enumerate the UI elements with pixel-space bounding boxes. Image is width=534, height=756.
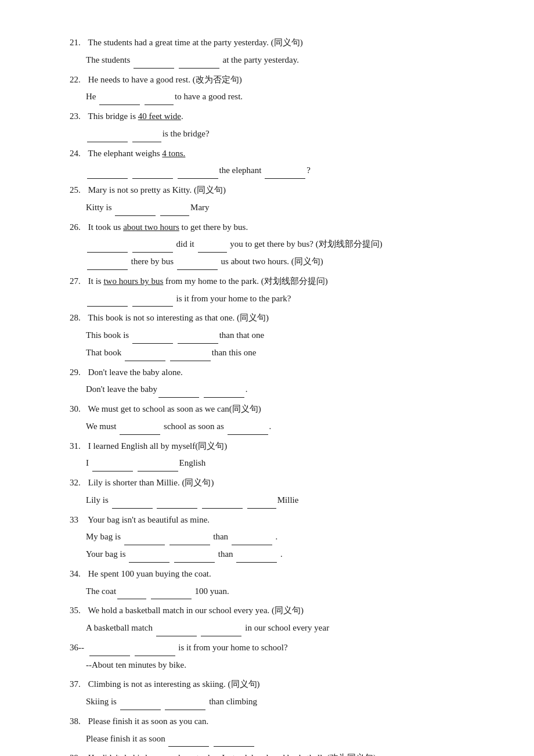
q39-question: 39. He didn't do his homework yesterday.… (70, 750, 464, 756)
q30-answer: We must school as soon as . (70, 419, 464, 435)
exercise-24: 24. The elephant weighs 4 tons. the elep… (70, 146, 464, 179)
q21-answer: The students at the party yesterday. (70, 52, 464, 69)
blank (177, 258, 218, 270)
q32-answer: Lily is Millie (70, 492, 464, 509)
blank (145, 94, 174, 106)
blank (120, 699, 161, 710)
q29-question: 29. Don't leave the baby alone. (70, 365, 464, 381)
blank (132, 332, 173, 344)
q24-question: 24. The elephant weighs 4 tons. (70, 146, 464, 162)
exercise-22: 22. He needs to have a good rest. (改为否定句… (70, 72, 464, 106)
q37-answer: Skiing is than climbing (70, 694, 464, 710)
exercise-28: 28. This book is not so interesting as t… (70, 310, 464, 361)
blank (129, 551, 169, 563)
blank (157, 497, 197, 509)
blank (232, 534, 272, 546)
blank (198, 242, 227, 253)
q33-question: 33 Your bag isn't as beautiful as mine. (70, 512, 464, 528)
exercise-36: 36-- is it from your home to school? --A… (70, 640, 464, 674)
q31-question: 31. I learned English all by myself(同义句) (70, 438, 464, 455)
q26-answer2: there by bus us about two hours. (同义句) (70, 254, 464, 270)
underlined-text: 4 tons. (162, 149, 185, 158)
blank (174, 551, 215, 563)
q22-answer: He to have a good rest. (70, 89, 464, 105)
blank (160, 204, 189, 216)
blank (89, 645, 130, 656)
q22-question: 22. He needs to have a good rest. (改为否定句… (70, 72, 464, 88)
exercise-26: 26. It took us about two hours to get th… (70, 219, 464, 270)
blank (204, 387, 244, 398)
blank (138, 460, 178, 472)
q33-answer2: Your bag is than . (70, 546, 464, 563)
exercise-39: 39. He didn't do his homework yesterday.… (70, 750, 464, 756)
q30-question: 30. We must get to school as soon as we … (70, 401, 464, 417)
underlined-text: 40 feet wide (138, 111, 181, 121)
underlined-text: two hours by bus (103, 276, 163, 286)
exercise-34: 34. He spent 100 yuan buying the coat. T… (70, 566, 464, 600)
q21-question: 21. The students had a great time at the… (70, 35, 464, 51)
blank (117, 588, 146, 600)
blank (132, 131, 161, 142)
q23-question: 23. This bridge is 40 feet wide. (70, 109, 464, 125)
q34-answer: The coat 100 yuan. (70, 584, 464, 600)
exercise-38: 38. Please finish it as soon as you can.… (70, 714, 464, 747)
blank (92, 460, 133, 472)
blank (265, 168, 305, 179)
q32-question: 32. Lily is shorter than Millie. (同义句) (70, 475, 464, 491)
q24-answer: the elephant ? (70, 163, 464, 179)
q37-question: 37. Climbing is not as interesting as sk… (70, 676, 464, 693)
q34-question: 34. He spent 100 yuan buying the coat. (70, 566, 464, 582)
q38-question: 38. Please finish it as soon as you can. (70, 714, 464, 730)
exercise-30: 30. We must get to school as soon as we … (70, 401, 464, 435)
blank (202, 497, 243, 509)
q28-question: 28. This book is not so interesting as t… (70, 310, 464, 326)
q28-answer1: This book is than that one (70, 327, 464, 344)
q23-answer: is the bridge? (70, 126, 464, 142)
blank (87, 258, 128, 270)
q29-answer: Don't leave the baby . (70, 381, 464, 398)
blank (132, 168, 173, 179)
exercise-23: 23. This bridge is 40 feet wide. is the … (70, 109, 464, 142)
q26-question: 26. It took us about two hours to get th… (70, 219, 464, 236)
blank (115, 204, 156, 216)
blank (178, 332, 218, 344)
q38-answer: Please finish it as soon (70, 731, 464, 747)
exercise-32: 32. Lily is shorter than Millie. (同义句) L… (70, 475, 464, 509)
q28-answer2: That book than this one (70, 345, 464, 361)
blank (87, 131, 128, 142)
blank (112, 497, 153, 509)
blank (228, 423, 268, 435)
blank (247, 497, 276, 509)
exercise-31: 31. I learned English all by myself(同义句)… (70, 438, 464, 472)
blank (178, 168, 218, 179)
q31-answer: I English (70, 455, 464, 471)
blank (151, 588, 192, 600)
q36-answer: --About ten minutes by bike. (70, 657, 464, 674)
exercise-35: 35. We hold a basketball match in our sc… (70, 603, 464, 636)
q26-answer1: did it you to get there by bus? (对划线部分提问… (70, 236, 464, 253)
blank (132, 242, 173, 253)
q27-answer: is it from your home to the park? (70, 291, 464, 307)
blank (170, 350, 211, 361)
blank (125, 350, 165, 361)
blank (201, 625, 241, 636)
blank (124, 534, 165, 546)
q27-question: 27. It is two hours by bus from my home … (70, 273, 464, 290)
blank (135, 645, 175, 656)
blank (156, 625, 197, 636)
q25-answer: Kitty is Mary (70, 200, 464, 216)
blank (87, 168, 128, 179)
blank (168, 736, 209, 747)
exercise-33: 33 Your bag isn't as beautiful as mine. … (70, 512, 464, 563)
q35-question: 35. We hold a basketball match in our sc… (70, 603, 464, 619)
blank (236, 551, 277, 563)
blank (179, 57, 219, 69)
exercise-27: 27. It is two hours by bus from my home … (70, 273, 464, 307)
q36-question: 36-- is it from your home to school? (70, 640, 464, 656)
underlined-text: about two hours (123, 222, 179, 232)
exercise-37: 37. Climbing is not as interesting as sk… (70, 676, 464, 710)
q33-answer1: My bag is than . (70, 529, 464, 545)
blank (214, 736, 254, 747)
exercise-content: 21. The students had a great time at the… (70, 35, 464, 756)
blank (169, 534, 210, 546)
